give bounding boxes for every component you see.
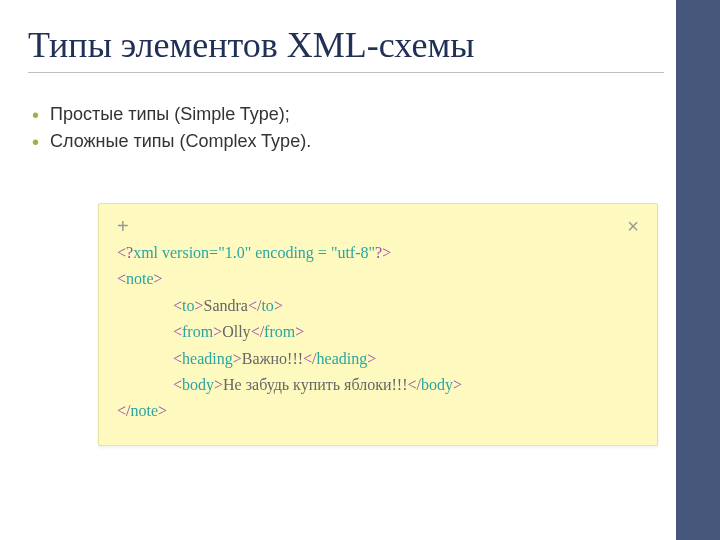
code-line: <?xml version="1.0" encoding = "utf-8"?> [117, 240, 639, 266]
page-title: Типы элементов XML-схемы [28, 24, 664, 73]
sticky-note-container: + × <?xml version="1.0" encoding = "utf-… [98, 203, 658, 446]
close-icon[interactable]: × [627, 216, 639, 236]
code-line: <note> [117, 266, 639, 292]
slide: Типы элементов XML-схемы Простые типы (S… [0, 0, 720, 540]
add-icon[interactable]: + [117, 216, 129, 236]
code-block: <?xml version="1.0" encoding = "utf-8"?>… [117, 240, 639, 425]
code-line: <from>Olly</from> [117, 319, 639, 345]
bullet-list: Простые типы (Simple Type); Сложные типы… [28, 101, 664, 155]
sticky-note-toolbar: + × [117, 216, 639, 240]
sticky-note: + × <?xml version="1.0" encoding = "utf-… [98, 203, 658, 446]
code-line: <heading>Важно!!!</heading> [117, 346, 639, 372]
code-line: <to>Sandra</to> [117, 293, 639, 319]
code-line: <body>Не забудь купить яблоки!!!</body> [117, 372, 639, 398]
code-line: </note> [117, 398, 639, 424]
list-item: Простые типы (Simple Type); [28, 101, 664, 128]
list-item: Сложные типы (Complex Type). [28, 128, 664, 155]
